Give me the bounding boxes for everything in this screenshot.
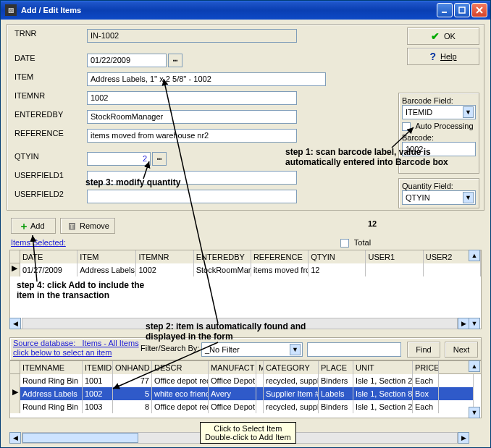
col-header[interactable]: CATEGORY [264,361,319,374]
scroll-right-button[interactable]: ▶ [458,432,469,444]
filter-value: _No Filter [205,345,240,354]
col-header[interactable]: USER1 [366,250,423,263]
help-button[interactable]: ? Help [407,48,479,65]
label-itemnr: ITEMNR [14,91,83,100]
barcode-label: Barcode: [402,133,476,142]
col-header[interactable]: MANUFACT [209,361,256,374]
filter-input[interactable] [307,342,401,357]
items-grid[interactable]: ITEMNAMEITEMIDONHANDDESCRMANUFACTMODELCA… [9,360,482,418]
barcode-field-value: ITEMID [406,108,432,117]
label-qtyin: QTYIN [14,152,83,161]
title-bar: ▧ Add / Edit Items [1,1,490,20]
maximize-button[interactable] [454,3,470,17]
check-icon: ✔ [431,30,440,42]
field-userfield1[interactable] [87,171,297,185]
table-row[interactable]: ▶Address Labels10025white eco friendAver… [10,387,481,400]
filter-combo[interactable]: _No Filter ▼ [201,342,303,357]
auto-processing-checkbox[interactable] [402,122,411,131]
col-header[interactable]: MODEL [256,361,264,374]
scrollbar-track[interactable] [22,318,458,329]
table-row[interactable]: Round Ring Bin100177Office depot recOffi… [10,374,481,387]
label-item: ITEM [14,72,83,81]
label-trnr: TRNR [14,29,83,38]
label-date: DATE [14,54,83,62]
tooltip-line1: Click to Select Item [205,424,291,433]
col-header[interactable]: ENTEREDBY [194,250,251,263]
qty-field-label: Quantity Field: [402,182,476,190]
scroll-left-button[interactable]: ◀ [9,318,21,329]
scroll-left-button[interactable]: ◀ [9,432,21,444]
ok-button-label: OK [444,32,456,41]
col-header[interactable]: DESCR [152,361,209,374]
qty-field-value: QTYIN [406,193,430,202]
field-item[interactable]: Address Labels, 1'' x 2 5/8'' - 1002 [87,72,326,86]
add-button[interactable]: ＋ Add [11,218,56,234]
tooltip: Click to Select Item Double-click to Add… [200,422,296,444]
chevron-down-icon: ▼ [463,106,474,118]
col-header[interactable]: ITEM [77,250,136,263]
field-qtyin[interactable]: 2 [87,152,151,166]
next-button[interactable]: Next [445,342,478,358]
field-reference[interactable]: items moved from warehouse nr2 [87,129,297,143]
col-header[interactable]: ITEMNAME [20,361,83,374]
quantity-panel: Quantity Field: QTYIN ▼ [398,178,479,208]
col-header[interactable]: UNIT [353,361,413,374]
help-button-label: Help [440,52,457,61]
field-trnr: IN-1002 [87,29,297,43]
source-db-link-2[interactable]: click below to select an item [13,348,112,357]
chevron-down-icon: ▼ [290,344,301,355]
tooltip-line2: Double-click to Add Item [205,433,291,441]
label-reference: REFERENCE [14,129,83,138]
col-header[interactable]: ITEMID [83,361,113,374]
field-date[interactable]: 01/22/2009 [87,54,167,67]
total-label: Total [354,238,371,247]
field-userfield2[interactable] [87,190,297,203]
svg-rect-1 [459,7,465,13]
col-header[interactable]: REFERENCE [251,250,309,263]
table-row[interactable]: Round Ring Bin10038Office depot recOffic… [10,400,481,413]
col-header[interactable]: ONHAND [113,361,152,374]
field-itemnr[interactable]: 1002 [87,91,297,105]
col-header[interactable]: DATE [20,250,77,263]
close-button[interactable] [471,3,487,17]
remove-button-label: Remove [80,221,109,230]
col-header[interactable]: ITEMNR [136,250,193,263]
scroll-up-button[interactable]: ▲ [469,250,480,261]
plus-icon: ＋ [19,222,27,230]
qtyin-picker-button[interactable]: ⋯ [152,152,167,166]
scroll-down-button[interactable]: ▼ [469,407,480,418]
table-row[interactable]: ▶01/27/2009Address Labels, 1''1002StockR… [10,263,481,276]
filter-bar: Source database: _Items - All Items clic… [9,337,482,360]
scroll-up-button[interactable]: ▲ [469,360,480,372]
col-header[interactable]: PLACE [319,361,353,374]
items-selected-link[interactable]: Items Selected: [11,238,66,247]
help-icon: ? [429,51,436,62]
find-button[interactable]: Find [407,342,440,358]
minimize-button[interactable] [437,3,453,17]
date-picker-button[interactable]: ⋯ [168,54,182,67]
remove-button[interactable]: Remove [60,218,115,234]
qty-field-combo[interactable]: QTYIN ▼ [402,190,476,205]
total-checkbox[interactable] [340,239,349,248]
field-enteredby[interactable]: StockRoomManager [87,110,297,124]
scroll-right-button[interactable]: ▶ [458,318,469,329]
barcode-panel: Barcode Field: ITEMID ▼ Auto Processing … [398,93,479,174]
barcode-field-label: Barcode Field: [402,96,476,105]
form-panel: TRNR IN-1002 DATE 01/22/2009 ⋯ ITEM Addr… [7,24,484,211]
app-icon: ▧ [5,4,17,16]
chevron-down-icon: ▼ [463,192,474,203]
source-db-link-1[interactable]: Source database: _Items - All Items [13,339,139,347]
trash-icon [68,222,76,230]
label-enteredby: ENTEREDBY [14,110,83,119]
col-header[interactable]: QTYIN [309,250,366,263]
count-value: 12 [368,219,377,228]
barcode-field-combo[interactable]: ITEMID ▼ [402,105,476,119]
barcode-input[interactable]: 1002 [402,142,476,156]
label-userfield2: USERFIELD2 [14,190,83,198]
scroll-down-button[interactable]: ▼ [469,318,480,329]
window-title: Add / Edit Items [21,6,81,14]
label-userfield1: USERFIELD1 [14,171,83,179]
add-button-label: Add [30,221,45,230]
ok-button[interactable]: ✔ OK [407,28,479,45]
col-header[interactable]: PRICE [413,361,439,374]
